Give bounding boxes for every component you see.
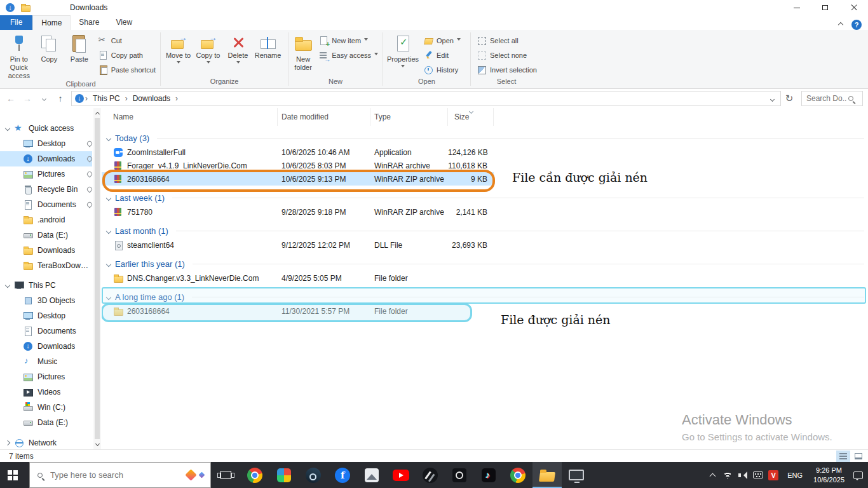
language-indicator[interactable]: ENG xyxy=(782,462,808,488)
file-row-2603168664[interactable]: 260316866410/6/2025 9:13 PMWinRAR ZIP ar… xyxy=(102,172,494,186)
easy-access-button[interactable]: Easy access xyxy=(315,48,381,62)
sidebar-item-data-e[interactable]: Data (E:) xyxy=(0,415,92,430)
copy-button[interactable]: Copy xyxy=(34,32,65,80)
taskbar-search-input[interactable] xyxy=(43,470,187,480)
sidebar-section-quick-access[interactable]: Quick access xyxy=(0,121,92,136)
rename-button[interactable]: Rename xyxy=(253,32,283,78)
invert-selection-button[interactable]: Invert selection xyxy=(473,63,540,76)
monitor-taskbar-button[interactable] xyxy=(562,462,591,488)
back-button[interactable]: ← xyxy=(3,90,19,107)
sidebar-item-documents[interactable]: Documents xyxy=(0,323,92,339)
select-none-button[interactable]: Select none xyxy=(473,48,540,62)
start-button[interactable] xyxy=(0,462,29,488)
refresh-button[interactable] xyxy=(781,90,797,107)
copy-path-button[interactable]: Copy path xyxy=(95,48,159,62)
new-item-button[interactable]: New item xyxy=(315,34,381,47)
task-view-taskbar-button[interactable] xyxy=(211,462,240,488)
file-row-zoominstallerfull[interactable]: ZoomInstallerFull10/6/2025 10:46 AMAppli… xyxy=(102,146,494,159)
up-button[interactable]: ↑ xyxy=(52,90,69,107)
sidebar-item-downloads[interactable]: Downloads xyxy=(0,339,92,354)
quick-access-toolbar-icon[interactable] xyxy=(20,3,31,13)
chevron-up-button[interactable] xyxy=(705,462,720,488)
facebook-taskbar-button[interactable] xyxy=(328,462,357,488)
breadcrumb-this-pc[interactable]: This PC xyxy=(88,92,125,105)
file-row-forager-v4-1-9-linkneverdie-com[interactable]: Forager_v4.1.9_LinkNeverDie.Com10/6/2025… xyxy=(102,159,494,172)
search-input[interactable] xyxy=(802,94,846,103)
steam-taskbar-button[interactable] xyxy=(299,462,328,488)
sidebar-item-data-e[interactable]: Data (E:) xyxy=(0,227,92,243)
breadcrumb-downloads[interactable]: Downloads xyxy=(128,92,175,105)
chevron-down-icon[interactable] xyxy=(5,126,10,131)
copy-to-button[interactable]: Copy to xyxy=(193,32,223,78)
sidebar-item-pictures[interactable]: Pictures xyxy=(0,166,92,182)
action-center-button[interactable] xyxy=(850,462,865,488)
file-row-steamclient64[interactable]: steamclient649/12/2025 12:02 PMDLL File2… xyxy=(102,238,494,252)
photos-taskbar-button[interactable] xyxy=(357,462,386,488)
tiktok-taskbar-button[interactable] xyxy=(474,462,503,488)
address-dropdown-button[interactable] xyxy=(771,94,778,103)
sidebar-item-recycle-bin[interactable]: Recycle Bin xyxy=(0,182,92,197)
sidebar-item-videos[interactable]: Videos xyxy=(0,384,92,400)
delete-button[interactable]: Delete xyxy=(223,32,253,78)
breadcrumb[interactable]: This PC Downloads xyxy=(71,91,781,106)
file-row-2603168664[interactable]: 260316866411/30/2021 5:57 PMFile folder xyxy=(102,304,494,318)
chevron-right-icon[interactable] xyxy=(5,440,10,445)
chevron-down-icon[interactable] xyxy=(5,283,10,288)
tab-file[interactable]: File xyxy=(0,15,32,30)
sidebar-item-downloads[interactable]: Downloads xyxy=(0,151,92,166)
chrome-2-taskbar-button[interactable] xyxy=(503,462,532,488)
history-button[interactable]: History xyxy=(420,63,464,76)
minimize-ribbon-icon[interactable] xyxy=(838,22,843,27)
file-row-dns-changer-v3-3-linkneverdie-com[interactable]: DNS.Changer.v3.3_LinkNeverDie.Com4/9/202… xyxy=(102,271,494,285)
file-group-last-week-1[interactable]: Last week (1) xyxy=(102,186,868,205)
sparkle-icon[interactable] xyxy=(185,469,196,480)
tab-share[interactable]: Share xyxy=(71,15,107,30)
scrollbar-thumb[interactable] xyxy=(95,118,100,439)
open-button[interactable]: Open xyxy=(420,34,464,47)
column-header-date-modified[interactable]: Date modified xyxy=(278,108,370,126)
tab-home[interactable]: Home xyxy=(32,15,71,30)
volume-button[interactable] xyxy=(735,462,750,488)
maximize-button[interactable] xyxy=(811,0,839,15)
game-taskbar-button[interactable] xyxy=(416,462,445,488)
sidebar-section-this-pc[interactable]: This PC xyxy=(0,278,92,293)
file-group-last-month-1[interactable]: Last month (1) xyxy=(102,219,868,238)
pin-to-quick-access-button[interactable]: Pin to Quick access xyxy=(4,32,34,80)
minimize-button[interactable] xyxy=(782,0,811,15)
edit-button[interactable]: Edit xyxy=(420,48,464,62)
sidebar-item-downloads[interactable]: Downloads xyxy=(0,243,92,258)
keyboard-button[interactable] xyxy=(750,462,766,488)
pinwheel-taskbar-button[interactable] xyxy=(269,462,299,488)
sidebar-section-network[interactable]: Network xyxy=(0,435,92,449)
large-icons-view-button[interactable] xyxy=(851,451,865,462)
paste-shortcut-button[interactable]: Paste shortcut xyxy=(95,63,159,76)
move-to-button[interactable]: Move to xyxy=(163,32,193,78)
file-explorer-taskbar-button[interactable] xyxy=(532,462,562,488)
sidebar-item-documents[interactable]: Documents xyxy=(0,197,92,212)
unikey-button[interactable]: V xyxy=(766,462,781,488)
file-group-today-3[interactable]: Today (3) xyxy=(102,126,868,146)
file-row-751780[interactable]: 7517809/28/2025 9:18 PMWinRAR ZIP archiv… xyxy=(102,205,494,219)
tab-view[interactable]: View xyxy=(107,15,140,30)
scroll-up-button[interactable] xyxy=(93,109,101,118)
explorer-search-box[interactable] xyxy=(801,91,863,106)
column-header-size[interactable]: Size xyxy=(448,108,494,126)
close-button[interactable] xyxy=(839,0,868,15)
sidebar-item-desktop[interactable]: Desktop xyxy=(0,136,92,151)
file-group-earlier-this-year-1[interactable]: Earlier this year (1) xyxy=(102,252,868,271)
column-header-name[interactable]: Name xyxy=(102,108,278,126)
youtube-taskbar-button[interactable] xyxy=(386,462,416,488)
file-group-a-long-time-ago-1[interactable]: A long time ago (1) xyxy=(102,285,868,304)
sidebar-item-teraboxdownload[interactable]: TeraBoxDownload xyxy=(0,258,92,273)
forward-button[interactable]: → xyxy=(19,90,36,107)
recent-locations-button[interactable] xyxy=(36,90,52,107)
sidebar-item-pictures[interactable]: Pictures xyxy=(0,369,92,384)
wifi-button[interactable] xyxy=(720,462,735,488)
help-button[interactable] xyxy=(851,20,862,30)
sidebar-item-3d-objects[interactable]: 3D Objects xyxy=(0,293,92,308)
taskbar-search[interactable] xyxy=(29,462,211,488)
properties-button[interactable]: Properties xyxy=(386,32,420,78)
sidebar-item-desktop[interactable]: Desktop xyxy=(0,308,92,323)
sidebar-item-win-c[interactable]: Win (C:) xyxy=(0,400,92,415)
details-view-button[interactable] xyxy=(836,451,850,462)
